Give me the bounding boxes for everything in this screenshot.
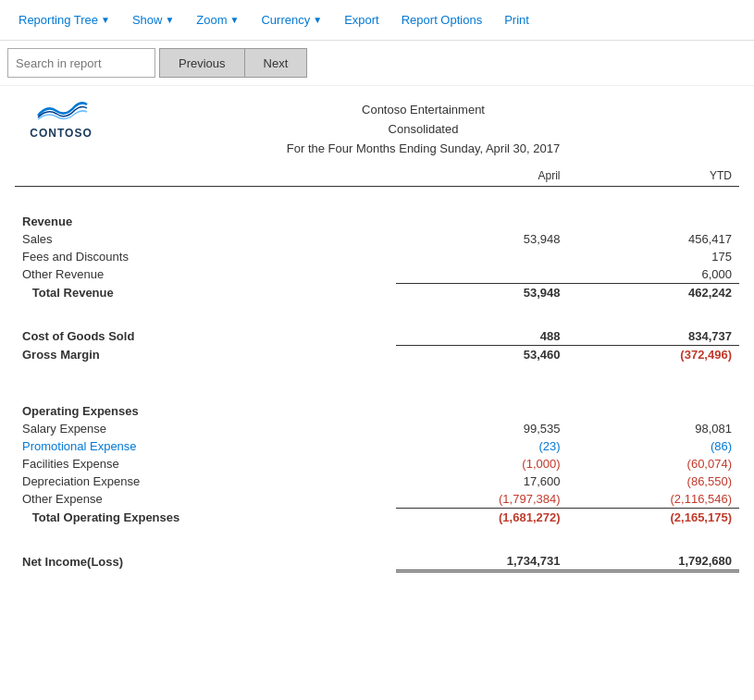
next-button[interactable]: Next	[244, 48, 308, 78]
sales-april: 53,948	[396, 230, 567, 248]
depreciation-ytd: (86,550)	[568, 473, 739, 490]
nav-reporting-tree[interactable]: Reporting Tree ▼	[7, 0, 121, 40]
col-header-april: April	[396, 167, 567, 187]
net-income-april: 1,734,731	[396, 552, 567, 571]
nav-print[interactable]: Print	[493, 0, 540, 40]
nav-show-label: Show	[132, 13, 163, 27]
table-row: Facilities Expense (1,000) (60,074)	[15, 455, 739, 473]
table-row: Fees and Discounts 175	[15, 248, 739, 265]
revenue-header-label: Revenue	[15, 200, 396, 230]
promo-ytd: (86)	[568, 437, 739, 455]
contoso-logo-icon	[33, 97, 89, 125]
nav-currency[interactable]: Currency ▼	[250, 0, 333, 40]
nav-report-options[interactable]: Report Options	[390, 0, 493, 40]
report-table-area: April YTD Revenue Sales 53,948 456,417 F…	[0, 158, 754, 591]
revenue-header-april	[396, 200, 567, 230]
cogs-ytd: 834,737	[568, 327, 739, 346]
total-opex-row: Total Operating Expenses (1,681,272) (2,…	[15, 508, 739, 526]
gross-margin-label: Gross Margin	[15, 345, 396, 363]
facilities-label: Facilities Expense	[15, 455, 396, 473]
report-title-line2: Consolidated	[107, 120, 739, 140]
nav-report-options-label: Report Options	[402, 13, 482, 27]
other-expense-april: (1,797,384)	[396, 490, 567, 509]
gross-margin-ytd: (372,496)	[568, 345, 739, 363]
chevron-down-icon: ▼	[313, 15, 322, 25]
logo-area: CONTOSO	[15, 97, 107, 140]
other-revenue-label: Other Revenue	[15, 265, 396, 284]
total-revenue-ytd: 462,242	[568, 283, 739, 301]
spacer	[15, 187, 739, 200]
other-expense-ytd: (2,116,546)	[568, 490, 739, 509]
table-row: Other Revenue 6,000	[15, 265, 739, 284]
nav-print-label: Print	[504, 13, 529, 27]
nav-export-label: Export	[344, 13, 379, 27]
previous-button[interactable]: Previous	[159, 48, 244, 78]
fees-label: Fees and Discounts	[15, 248, 396, 265]
spacer	[15, 301, 739, 314]
search-input[interactable]	[7, 48, 155, 78]
net-income-row: Net Income(Loss) 1,734,731 1,792,680	[15, 552, 739, 571]
table-row: Promotional Expense (23) (86)	[15, 437, 739, 455]
net-income-ytd: 1,792,680	[568, 552, 739, 571]
cogs-label: Cost of Goods Sold	[15, 327, 396, 346]
net-income-label: Net Income(Loss)	[15, 552, 396, 571]
report-title-line1: Contoso Entertainment	[107, 101, 739, 120]
promo-april: (23)	[396, 437, 567, 455]
table-row: Sales 53,948 456,417	[15, 230, 739, 248]
section-header-opex: Operating Expenses	[15, 389, 739, 420]
report-table: April YTD Revenue Sales 53,948 456,417 F…	[15, 167, 739, 572]
total-opex-label: Total Operating Expenses	[15, 508, 396, 526]
chevron-down-icon: ▼	[165, 15, 174, 25]
spacer	[15, 526, 739, 539]
salary-april: 99,535	[396, 420, 567, 437]
other-revenue-ytd: 6,000	[568, 265, 739, 284]
spacer	[15, 376, 739, 389]
total-revenue-row: Total Revenue 53,948 462,242	[15, 283, 739, 301]
other-revenue-april	[396, 265, 567, 284]
nav-zoom[interactable]: Zoom ▼	[185, 0, 250, 40]
sales-ytd: 456,417	[568, 230, 739, 248]
depreciation-april: 17,600	[396, 473, 567, 490]
fees-april	[396, 248, 567, 265]
promo-label[interactable]: Promotional Expense	[15, 437, 396, 455]
facilities-april: (1,000)	[396, 455, 567, 473]
gross-margin-row: Gross Margin 53,460 (372,496)	[15, 345, 739, 363]
report-header: CONTOSO Contoso Entertainment Consolidat…	[0, 86, 754, 158]
table-row: Depreciation Expense 17,600 (86,550)	[15, 473, 739, 490]
gross-margin-april: 53,460	[396, 345, 567, 363]
sales-label: Sales	[15, 230, 396, 248]
chevron-down-icon: ▼	[230, 15, 240, 25]
total-opex-ytd: (2,165,175)	[568, 508, 739, 526]
section-header-revenue: Revenue	[15, 200, 739, 230]
chevron-down-icon: ▼	[101, 15, 110, 25]
logo-text: CONTOSO	[30, 127, 92, 140]
total-revenue-label: Total Revenue	[15, 283, 396, 301]
table-row: Salary Expense 99,535 98,081	[15, 420, 739, 437]
other-expense-label: Other Expense	[15, 490, 396, 509]
spacer	[15, 363, 739, 376]
revenue-header-ytd	[568, 200, 739, 230]
nav-reporting-tree-label: Reporting Tree	[19, 13, 98, 27]
report-title-line3: For the Four Months Ending Sunday, April…	[107, 140, 739, 159]
fees-ytd: 175	[568, 248, 739, 265]
table-row: Other Expense (1,797,384) (2,116,546)	[15, 490, 739, 509]
search-row: Previous Next	[0, 41, 754, 86]
cogs-row: Cost of Goods Sold 488 834,737	[15, 327, 739, 346]
spacer	[15, 539, 739, 552]
spacer	[15, 314, 739, 327]
salary-ytd: 98,081	[568, 420, 739, 437]
total-revenue-april: 53,948	[396, 283, 567, 301]
col-header-ytd: YTD	[568, 167, 739, 187]
total-opex-april: (1,681,272)	[396, 508, 567, 526]
cogs-april: 488	[396, 327, 567, 346]
report-title: Contoso Entertainment Consolidated For t…	[107, 97, 739, 158]
opex-header-label: Operating Expenses	[15, 389, 396, 420]
col-header-label	[15, 167, 396, 187]
nav-currency-label: Currency	[261, 13, 310, 27]
nav-show[interactable]: Show ▼	[121, 0, 185, 40]
salary-label: Salary Expense	[15, 420, 396, 437]
depreciation-label: Depreciation Expense	[15, 473, 396, 490]
top-nav: Reporting Tree ▼ Show ▼ Zoom ▼ Currency …	[0, 0, 754, 41]
facilities-ytd: (60,074)	[568, 455, 739, 473]
nav-export[interactable]: Export	[333, 0, 390, 40]
